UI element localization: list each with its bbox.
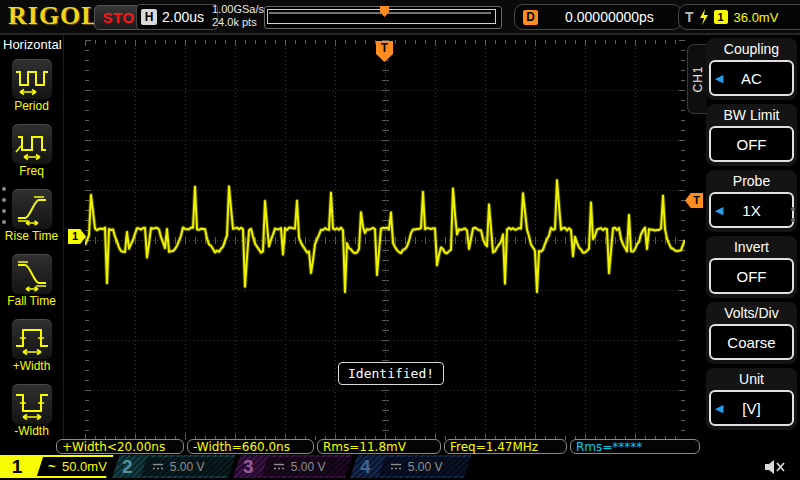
channel-menu-tab: CH1 xyxy=(687,44,707,114)
volts-div-value-text: Coarse xyxy=(727,334,775,351)
channel-tab-label: CH1 xyxy=(691,65,705,92)
rising-edge-icon xyxy=(698,9,710,25)
channel1-scale: 50.0mV xyxy=(62,459,107,474)
channel2-scale: 5.00 V xyxy=(170,460,205,474)
acquisition-info: 1.00GSa/s 24.0k pts xyxy=(212,3,264,29)
unit-item[interactable]: Unit ◀ [V] xyxy=(706,368,797,430)
top-status-bar: RIGOL STOP H 2.00us 1.00GSa/s 24.0k pts … xyxy=(0,0,800,35)
channel2-number: 2 xyxy=(122,455,133,478)
freq-button[interactable] xyxy=(11,123,53,165)
minus-width-icon xyxy=(12,384,52,424)
delay-icon: D xyxy=(523,10,538,25)
fall-time-button[interactable] xyxy=(11,253,53,295)
probe-value-text: 1X xyxy=(742,202,760,219)
sound-muted-button[interactable] xyxy=(763,458,787,476)
channel3-scale: 5.00 V xyxy=(291,460,326,474)
unit-value-text: [V] xyxy=(742,400,760,417)
channel4-chip[interactable]: 4 5.00 V xyxy=(350,455,464,478)
dc-coupling-icon xyxy=(152,462,164,471)
measure-menu: Horizontal Period Freq Rise Time xyxy=(0,35,64,440)
channel3-chip[interactable]: 3 5.00 V xyxy=(233,455,345,478)
coupling-value-text: AC xyxy=(741,70,762,87)
bw-limit-value[interactable]: OFF xyxy=(709,126,794,162)
volts-div-value[interactable]: Coarse xyxy=(709,324,794,360)
fall-time-icon xyxy=(12,254,52,294)
measurement-rms-ch1[interactable]: Rms=11.8mV xyxy=(317,439,441,454)
rise-time-button[interactable] xyxy=(11,188,53,230)
plus-width-label: +Width xyxy=(0,359,63,373)
dc-coupling-icon xyxy=(390,462,402,471)
channel-status-bar: 1 ~ 50.0mV 2 5.00 V 3 xyxy=(0,455,800,480)
left-arrow-icon: ◀ xyxy=(715,204,723,217)
fall-time-label: Fall Time xyxy=(0,294,63,308)
volts-div-label: Volts/Div xyxy=(706,302,797,321)
invert-label: Invert xyxy=(706,236,797,255)
horizontal-timebase-panel[interactable]: H 2.00us xyxy=(136,4,218,30)
channel1-chip[interactable]: 1 ~ 50.0mV xyxy=(0,455,106,478)
bw-limit-value-text: OFF xyxy=(737,136,767,153)
measure-menu-title: Horizontal xyxy=(3,37,62,52)
oscilloscope-screen: RIGOL STOP H 2.00us 1.00GSa/s 24.0k pts … xyxy=(0,0,800,480)
trigger-level-marker[interactable]: T xyxy=(685,193,703,208)
coupling-value[interactable]: ◀ AC xyxy=(709,60,794,96)
unit-label: Unit xyxy=(706,368,797,387)
channel2-scale-box: 5.00 V xyxy=(141,457,235,476)
dc-coupling-icon xyxy=(273,462,285,471)
invert-value-text: OFF xyxy=(737,268,767,285)
channel3-number: 3 xyxy=(243,455,254,478)
invert-item[interactable]: Invert OFF xyxy=(706,236,797,298)
sample-rate: 1.00GSa/s xyxy=(212,3,264,16)
period-button[interactable] xyxy=(11,58,53,100)
probe-item[interactable]: Probe ◀ 1X xyxy=(706,170,797,232)
measurement-freq[interactable]: Freq=1.47MHz xyxy=(444,439,567,454)
memory-depth: 24.0k pts xyxy=(212,16,264,29)
probe-value[interactable]: ◀ 1X xyxy=(709,192,794,228)
measurement-rms-ch2[interactable]: Rms=***** xyxy=(570,439,700,454)
brand-logo: RIGOL xyxy=(8,1,100,31)
channel4-scale: 5.00 V xyxy=(408,460,443,474)
channel1-number: 1 xyxy=(0,455,34,478)
bw-limit-item[interactable]: BW Limit OFF xyxy=(706,104,797,166)
trigger-label: T xyxy=(685,9,694,25)
left-arrow-icon: ◀ xyxy=(715,402,723,415)
waveform-preview-strip[interactable] xyxy=(264,6,502,29)
trigger-source-badge: 1 xyxy=(714,10,728,24)
freq-label: Freq xyxy=(0,164,63,178)
period-label: Period xyxy=(0,99,63,113)
speaker-muted-icon xyxy=(763,458,787,476)
identified-popup: Identified! xyxy=(338,362,444,385)
coupling-label: Coupling xyxy=(706,38,797,57)
measurement-minus-width[interactable]: -Width=660.0ns xyxy=(187,439,314,454)
invert-value[interactable]: OFF xyxy=(709,258,794,294)
horizontal-icon: H xyxy=(141,9,157,25)
minus-width-label: -Width xyxy=(0,424,63,438)
channel1-level-marker[interactable]: 1 xyxy=(68,229,86,244)
delay-panel[interactable]: D 0.00000000ps xyxy=(514,4,682,30)
volts-div-item[interactable]: Volts/Div Coarse xyxy=(706,302,797,364)
menu-scroll-dots xyxy=(2,187,6,224)
rise-time-icon xyxy=(12,189,52,229)
timebase-value: 2.00us xyxy=(162,9,204,25)
trigger-panel[interactable]: T 1 36.0mV xyxy=(678,4,800,30)
channel4-number: 4 xyxy=(360,455,371,478)
coupling-item[interactable]: Coupling ◀ AC xyxy=(706,38,797,100)
rise-time-label: Rise Time xyxy=(0,229,63,243)
channel3-scale-box: 5.00 V xyxy=(262,457,352,476)
channel2-chip[interactable]: 2 5.00 V xyxy=(112,455,228,478)
plus-width-icon xyxy=(12,319,52,359)
trigger-level-value: 36.0mV xyxy=(734,10,779,25)
delay-value: 0.00000000ps xyxy=(546,9,673,25)
right-menu-page-dots xyxy=(791,207,795,222)
probe-label: Probe xyxy=(706,170,797,189)
channel1-scale-box: ~ 50.0mV xyxy=(37,457,117,476)
left-arrow-icon: ◀ xyxy=(715,72,723,85)
plus-width-button[interactable] xyxy=(11,318,53,360)
bw-limit-label: BW Limit xyxy=(706,104,797,123)
ac-coupling-icon: ~ xyxy=(48,459,56,474)
freq-icon xyxy=(12,124,52,164)
period-icon xyxy=(12,59,52,99)
channel4-scale-box: 5.00 V xyxy=(379,457,471,476)
measurement-plus-width[interactable]: +Width<20.00ns xyxy=(56,439,184,454)
minus-width-button[interactable] xyxy=(11,383,53,425)
unit-value[interactable]: ◀ [V] xyxy=(709,390,794,426)
